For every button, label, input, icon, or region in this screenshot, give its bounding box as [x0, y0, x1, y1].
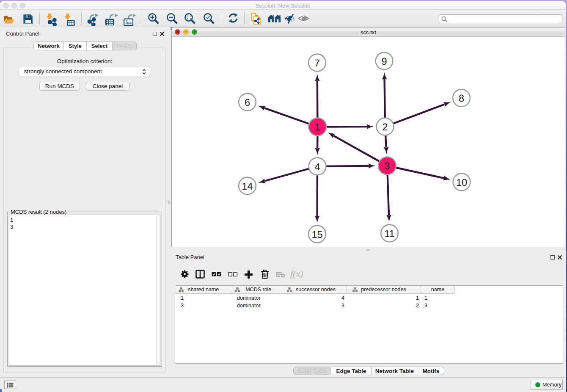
- svg-text:10: 10: [456, 177, 467, 188]
- svg-text:14: 14: [242, 181, 253, 192]
- svg-text:8: 8: [459, 93, 464, 104]
- svg-text:11: 11: [384, 228, 394, 239]
- svg-text:4: 4: [314, 161, 320, 172]
- svg-text:7: 7: [314, 58, 320, 69]
- svg-text:2: 2: [382, 121, 388, 133]
- svg-text:15: 15: [311, 229, 322, 240]
- svg-text:9: 9: [381, 56, 387, 67]
- svg-text:1: 1: [315, 121, 320, 133]
- svg-text:3: 3: [384, 160, 390, 171]
- svg-text:6: 6: [245, 97, 250, 108]
